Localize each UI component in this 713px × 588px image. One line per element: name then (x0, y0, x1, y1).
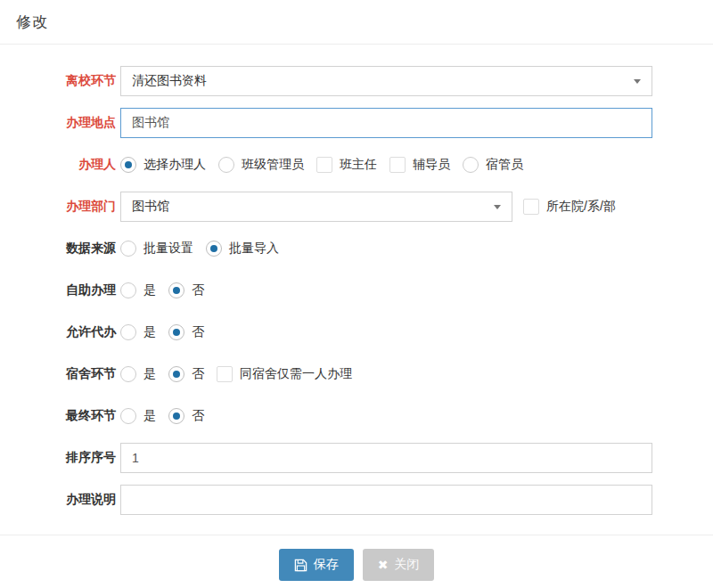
final-step-option-0[interactable]: 是 (120, 408, 156, 424)
data-source-option-label: 批量设置 (143, 241, 193, 257)
form-row-final-step: 最终环节是否 (16, 401, 652, 431)
checkbox-unchecked-icon (389, 157, 406, 173)
data-source-options: 批量设置批量导入 (120, 241, 279, 257)
field-label-final-step: 最终环节 (16, 408, 116, 424)
radio-checked-icon (168, 408, 184, 424)
dorm-step-option-label: 同宿舍仅需一人办理 (240, 366, 352, 382)
leave-step-select-value: 清还图书资料 (132, 73, 207, 89)
form-row-data-source: 数据来源批量设置批量导入 (16, 233, 652, 264)
allow-proxy-option-label: 否 (192, 324, 204, 340)
leave-step-select[interactable]: 清还图书资料 (120, 66, 652, 96)
chevron-down-icon (494, 205, 501, 209)
handler-option-label: 辅导员 (413, 157, 450, 173)
dorm-step-option-0[interactable]: 是 (120, 366, 156, 382)
radio-checked-icon (168, 324, 184, 340)
self-service-option-label: 否 (192, 282, 204, 298)
handle-note-input[interactable] (120, 485, 652, 515)
footer: 保存 ✖ 关闭 (0, 535, 713, 581)
handler-option-4[interactable]: 宿管员 (463, 157, 523, 173)
close-button-label: 关闭 (394, 557, 419, 573)
form-row-sort-number: 排序序号 (16, 443, 652, 473)
allow-proxy-option-label: 是 (143, 324, 156, 340)
handle-department-option-label: 所在院/系/部 (546, 199, 616, 215)
checkbox-unchecked-icon (217, 366, 233, 382)
self-service-option-1[interactable]: 否 (168, 282, 204, 298)
handle-department-select[interactable]: 图书馆 (120, 192, 512, 222)
field-handle-department: 图书馆所在院/系/部 (120, 192, 652, 222)
handler-option-1[interactable]: 班级管理员 (218, 157, 304, 173)
field-final-step: 是否 (120, 408, 652, 424)
field-label-dorm-step: 宿舍环节 (16, 366, 116, 382)
dorm-step-option-1[interactable]: 否 (168, 366, 204, 382)
form-row-handle-location: 办理地点 (16, 108, 652, 138)
dorm-step-option-label: 否 (192, 366, 204, 382)
close-button[interactable]: ✖ 关闭 (363, 549, 435, 581)
data-source-option-0[interactable]: 批量设置 (120, 241, 193, 257)
field-label-self-service: 自助办理 (16, 282, 116, 298)
final-step-options: 是否 (120, 408, 204, 424)
allow-proxy-option-0[interactable]: 是 (120, 324, 156, 340)
self-service-option-label: 是 (143, 282, 156, 298)
radio-checked-icon (168, 282, 184, 298)
field-label-handler: 办理人 (16, 157, 116, 173)
sort-number-input[interactable] (120, 443, 652, 473)
field-sort-number (120, 443, 652, 473)
modal: 修改 离校环节清还图书资料办理地点办理人选择办理人班级管理员班主任辅导员宿管员办… (0, 0, 713, 581)
field-leave-step: 清还图书资料 (120, 66, 652, 96)
page-title: 修改 (16, 12, 48, 32)
field-self-service: 是否 (120, 282, 652, 298)
form-row-handle-department: 办理部门图书馆所在院/系/部 (16, 192, 652, 222)
radio-checked-icon (206, 241, 222, 257)
handle-department-option-extra[interactable]: 所在院/系/部 (523, 199, 616, 215)
field-label-sort-number: 排序序号 (16, 450, 116, 466)
form-row-allow-proxy: 允许代办是否 (16, 317, 652, 347)
radio-unchecked-icon (120, 366, 136, 382)
field-label-data-source: 数据来源 (16, 241, 116, 257)
handler-option-label: 宿管员 (486, 157, 523, 173)
handler-option-2[interactable]: 班主任 (316, 157, 377, 173)
radio-unchecked-icon (120, 241, 136, 257)
form-row-self-service: 自助办理是否 (16, 275, 652, 306)
handler-option-label: 班主任 (340, 157, 377, 173)
checkbox-unchecked-icon (316, 157, 332, 173)
dorm-step-option-2[interactable]: 同宿舍仅需一人办理 (217, 366, 352, 382)
handle-location-input[interactable] (120, 108, 652, 138)
chevron-down-icon (634, 79, 641, 84)
field-label-handle-department: 办理部门 (16, 199, 116, 215)
save-button[interactable]: 保存 (279, 549, 354, 581)
allow-proxy-option-1[interactable]: 否 (168, 324, 204, 340)
radio-unchecked-icon (463, 157, 479, 173)
field-label-leave-step: 离校环节 (16, 73, 116, 89)
handler-option-label: 选择办理人 (143, 157, 206, 173)
field-label-allow-proxy: 允许代办 (16, 324, 116, 340)
radio-unchecked-icon (120, 324, 136, 340)
field-handle-location (120, 108, 652, 138)
final-step-option-label: 否 (192, 408, 204, 424)
field-allow-proxy: 是否 (120, 324, 652, 340)
radio-unchecked-icon (120, 282, 136, 298)
field-handle-note (120, 485, 652, 515)
save-button-label: 保存 (314, 557, 339, 573)
floppy-disk-icon (294, 559, 307, 572)
form-row-leave-step: 离校环节清还图书资料 (16, 66, 652, 96)
radio-checked-icon (168, 366, 184, 382)
form-row-dorm-step: 宿舍环节是否同宿舍仅需一人办理 (16, 359, 652, 389)
radio-unchecked-icon (218, 157, 234, 173)
dorm-step-options: 是否同宿舍仅需一人办理 (120, 366, 352, 382)
final-step-option-1[interactable]: 否 (168, 408, 204, 424)
radio-unchecked-icon (120, 408, 136, 424)
field-label-handle-location: 办理地点 (16, 115, 116, 131)
final-step-option-label: 是 (143, 408, 156, 424)
handler-option-3[interactable]: 辅导员 (389, 157, 450, 173)
form-row-handle-note: 办理说明 (16, 485, 652, 515)
field-data-source: 批量设置批量导入 (120, 241, 652, 257)
data-source-option-1[interactable]: 批量导入 (206, 241, 279, 257)
field-label-handle-note: 办理说明 (16, 492, 116, 508)
handler-option-0[interactable]: 选择办理人 (120, 157, 206, 173)
modal-header: 修改 (0, 0, 713, 45)
form-row-handler: 办理人选择办理人班级管理员班主任辅导员宿管员 (16, 150, 652, 180)
checkbox-unchecked-icon (523, 199, 539, 215)
handle-department-select-value: 图书馆 (132, 199, 169, 215)
self-service-options: 是否 (120, 282, 204, 298)
self-service-option-0[interactable]: 是 (120, 282, 156, 298)
